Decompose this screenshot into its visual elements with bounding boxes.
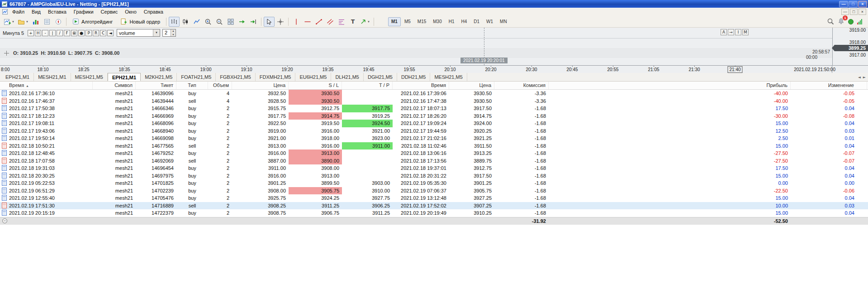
chart-tab-mesh21-m1[interactable]: MESH21,M1 — [34, 73, 71, 81]
deal-row[interactable]: 2021.02.17 19:08:11mesh2114668096buy2392… — [0, 120, 868, 127]
menu-item-tools[interactable]: Сервис — [97, 8, 122, 16]
timeframe-M30-button[interactable]: M30 — [430, 17, 445, 26]
tab-scroll-left-icon[interactable]: ◄ — [858, 75, 861, 79]
menu-item-charts[interactable]: Графики — [70, 8, 97, 16]
deal-row[interactable]: 2021.02.18 12:48:45mesh2114679252buy2391… — [0, 150, 868, 157]
search-button[interactable] — [827, 18, 834, 26]
timeframe-M15-button[interactable]: M15 — [414, 17, 429, 26]
line-chart-button[interactable] — [191, 17, 202, 27]
column-header-time-close[interactable]: Время — [393, 82, 449, 89]
column-header-type[interactable]: Тип — [176, 82, 208, 89]
chart-panel-button-8[interactable]: P — [85, 30, 92, 36]
chart-panel-button-3[interactable]: | — [49, 30, 56, 36]
column-header-profit[interactable]: Прибыль — [549, 82, 791, 89]
chart-shift-button[interactable] — [248, 17, 259, 27]
fibonacci-button[interactable] — [336, 17, 347, 27]
chart-tab-eph21-m1[interactable]: EPH21,M1 — [108, 73, 141, 81]
mdi-minimize-button[interactable]: — — [841, 9, 849, 15]
timeframe-H4-button[interactable]: H4 — [458, 17, 470, 26]
chart-window-icon[interactable] — [2, 9, 8, 14]
deal-row[interactable]: 2021.02.17 18:12:23mesh2114666969buy2391… — [0, 112, 868, 120]
connection-status-icon[interactable] — [857, 19, 862, 24]
tile-windows-button[interactable] — [225, 17, 236, 27]
chart-panel-button-4[interactable]: / — [57, 30, 63, 36]
trendline-button[interactable] — [313, 17, 324, 27]
candle-chart-button[interactable] — [180, 17, 191, 27]
chart-tab-mesh21-m5[interactable]: MESH21,M5 — [71, 73, 108, 81]
minimize-button[interactable]: — — [839, 1, 848, 7]
spinner-up-icon[interactable]: ▲ — [171, 29, 175, 33]
chart-canvas[interactable]: Минута 5 +H-|/F⊞●PRC◄ volume ▼ 2 ▲ ▼ A→I… — [0, 28, 868, 65]
toolbox-close-icon[interactable]: × — [2, 0, 8, 8]
chart-panel-button-1[interactable]: H — [35, 30, 41, 36]
zoom-out-button[interactable] — [214, 17, 225, 27]
spinner-down-icon[interactable]: ▼ — [171, 33, 175, 37]
timeframe-M1-button[interactable]: M1 — [388, 17, 401, 26]
algo-trading-button[interactable]: Алготрейдинг — [69, 17, 116, 27]
new-chart-button[interactable]: ▼ — [2, 17, 16, 27]
zoom-in-button[interactable] — [203, 17, 213, 27]
notifications-button[interactable]: 1 — [838, 18, 844, 25]
chart-tab-eu6h21-m5[interactable]: EU6H21,M5 — [295, 73, 331, 81]
column-header-time-open[interactable]: Время▲ — [0, 82, 93, 89]
menu-item-view[interactable]: Вид — [28, 8, 44, 16]
timeframe-W1-button[interactable]: W1 — [483, 17, 496, 26]
chart-panel-button-2[interactable]: - — [42, 30, 48, 36]
chart-corner-button-3[interactable]: M — [742, 29, 749, 35]
market-watch-button[interactable] — [30, 17, 41, 27]
mdi-restore-button[interactable]: □ — [850, 9, 858, 15]
timeframe-D1-button[interactable]: D1 — [470, 17, 483, 26]
chart-panel-button-7[interactable]: ● — [78, 30, 85, 36]
column-header-symbol[interactable]: Символ — [93, 82, 136, 89]
chart-panel-button-6[interactable]: ⊞ — [71, 30, 77, 36]
bar-chart-button[interactable] — [169, 17, 180, 27]
deal-row[interactable]: 2021.02.17 19:50:14mesh2114669098buy2392… — [0, 135, 868, 142]
menu-item-window[interactable]: Окно — [121, 8, 140, 16]
chart-tab-fgbxh21-m5[interactable]: FGBXH21,M5 — [216, 73, 255, 81]
chart-corner-button-0[interactable]: A — [721, 29, 727, 35]
chart-tab-dgh21-m5[interactable]: DGH21,M5 — [364, 73, 397, 81]
crosshair-button[interactable] — [275, 17, 286, 27]
profiles-button[interactable]: ▼ — [16, 17, 30, 27]
deal-row[interactable]: 2021.02.18 20:30:25mesh2114697975buy2391… — [0, 172, 868, 180]
cursor-button[interactable] — [264, 17, 275, 27]
column-header-change[interactable]: Изменение — [791, 82, 867, 89]
chart-panel-button-0[interactable]: + — [28, 30, 34, 36]
column-header-ticket[interactable]: Тикет — [136, 82, 176, 89]
chart-tab-fdxmh21-m5[interactable]: FDXMH21,M5 — [256, 73, 296, 81]
collapse-icon[interactable]: − — [2, 218, 7, 223]
title-bar[interactable]: 667807 - AMPGlobalEU-Live - Netting - [E… — [0, 0, 868, 8]
chart-corner-button-1[interactable]: → — [728, 29, 734, 35]
chart-panel-button-5[interactable]: F — [64, 30, 70, 36]
column-header-commission[interactable]: Комиссия — [494, 82, 549, 89]
chart-panel-button-9[interactable]: R — [93, 30, 99, 36]
chevron-down-icon[interactable]: ▼ — [153, 29, 160, 36]
timeframe-H1-button[interactable]: H1 — [446, 17, 458, 26]
chart-tab-mesh21-m5[interactable]: MESH21,M5 — [430, 73, 467, 81]
deal-row[interactable]: 2021.02.16 17:36:10mesh2114639096buy4393… — [0, 90, 868, 97]
mql5-community-icon[interactable] — [848, 19, 854, 24]
data-window-button[interactable] — [42, 17, 52, 27]
column-header-volume[interactable]: Объем — [208, 82, 232, 89]
column-header-price-close[interactable]: Цена — [449, 82, 494, 89]
timeframe-M5-button[interactable]: M5 — [401, 17, 414, 26]
equidistant-channel-button[interactable] — [325, 17, 336, 27]
new-order-button[interactable]: Новый ордер — [117, 17, 164, 27]
column-header-take-profit[interactable]: T / P — [342, 82, 393, 89]
chart-tab-foath21-m5[interactable]: FOATH21,M5 — [177, 73, 216, 81]
chart-tab-m2kh21-m5[interactable]: M2KH21,M5 — [141, 73, 177, 81]
deal-row[interactable]: 2021.02.18 10:50:21mesh2114677565sell239… — [0, 142, 868, 150]
deal-row[interactable]: 2021.02.16 17:46:37mesh2114639444sell439… — [0, 97, 868, 105]
tab-scroll-right-icon[interactable]: ► — [863, 75, 866, 79]
close-button[interactable]: × — [858, 1, 867, 7]
deal-row[interactable]: 2021.02.19 17:51:30mesh2114716889sell239… — [0, 202, 868, 210]
deal-row[interactable]: 2021.02.17 19:43:06mesh2114668940buy2391… — [0, 127, 868, 135]
mdi-close-button[interactable]: × — [859, 9, 866, 15]
chart-panel-button-10[interactable]: C — [100, 30, 106, 36]
time-axis[interactable]: 2021.02.19 21:50:00 8:0018:1018:2518:351… — [0, 65, 868, 73]
horizontal-line-button[interactable] — [302, 17, 313, 27]
restore-button[interactable]: □ — [849, 1, 858, 7]
deal-row[interactable]: 2021.02.19 20:15:19mesh2114722379buy2390… — [0, 209, 868, 217]
column-header-price-open[interactable]: Цена — [232, 82, 289, 89]
chart-tab-ddh21-m5[interactable]: DDH21,M5 — [397, 73, 430, 81]
